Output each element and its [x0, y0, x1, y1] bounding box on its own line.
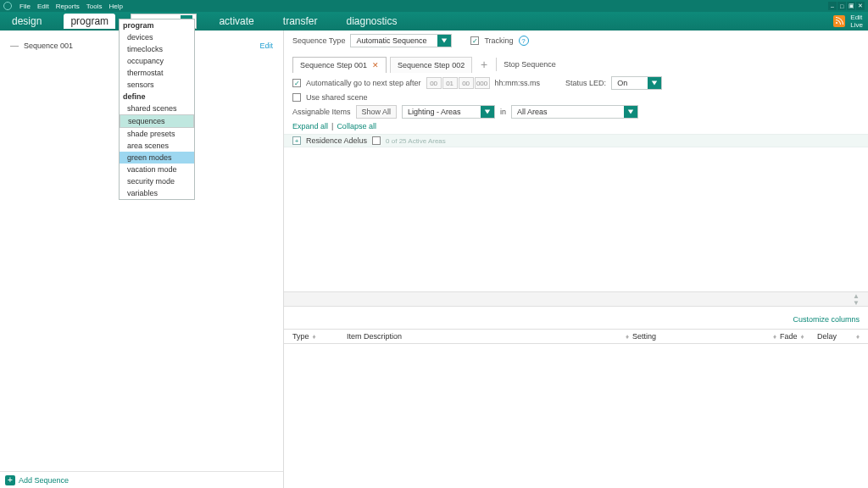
col-description[interactable]: Item Description♦ — [347, 332, 629, 341]
col-type[interactable]: Type♦ — [292, 332, 343, 341]
divider-pipe: | — [331, 122, 333, 130]
show-all-button[interactable]: Show All — [356, 105, 398, 119]
add-sequence-label: Add Sequence — [19, 476, 69, 485]
menu-help[interactable]: Help — [106, 3, 125, 10]
status-led-value: On — [612, 79, 648, 87]
sequence-name: Sequence 001 — [24, 42, 73, 50]
svg-marker-4 — [628, 110, 633, 114]
dropdown-group-program: program — [120, 19, 194, 31]
use-shared-label: Use shared scene — [306, 93, 368, 102]
step-tab-bar: Sequence Step 001 ✕ Sequence Step 002 + … — [284, 51, 868, 73]
expand-all-link[interactable]: Expand all — [292, 122, 328, 130]
tab-program[interactable]: program — [64, 14, 115, 29]
menu-edit[interactable]: Edit — [35, 3, 52, 10]
step-tab-1[interactable]: Sequence Step 001 ✕ — [292, 57, 387, 73]
tab-design[interactable]: design — [5, 14, 48, 29]
status-led-select[interactable]: On — [611, 76, 662, 90]
tracking-label: Tracking — [484, 36, 513, 45]
dropdown-area-scenes[interactable]: area scenes — [120, 140, 194, 152]
svg-marker-1 — [442, 39, 447, 43]
lighting-select[interactable]: Lighting - Areas — [402, 105, 495, 119]
menu-file[interactable]: File — [17, 3, 33, 10]
time-hh: 00 — [426, 77, 442, 89]
tab-diagnostics[interactable]: diagnostics — [339, 14, 403, 29]
dropdown-group-define: define — [120, 91, 194, 103]
chevron-down-icon — [437, 35, 451, 47]
window-max-icon[interactable]: □ — [837, 2, 846, 10]
time-ss: 00 — [459, 77, 474, 89]
window-close-icon[interactable]: ✕ — [856, 2, 865, 10]
svg-marker-2 — [652, 81, 657, 86]
menubar: File Edit Reports Tools Help — [17, 3, 125, 10]
tab-activate[interactable]: activate — [212, 14, 260, 29]
sequence-type-label: Sequence Type — [292, 36, 345, 45]
sequence-editor: Sequence Type Automatic Sequence ✓ Track… — [284, 30, 868, 488]
col-delay[interactable]: Delay♦ — [817, 332, 860, 341]
dropdown-green-modes[interactable]: green modes — [120, 152, 194, 164]
program-dropdown: program devices timeclocks occupancy the… — [119, 19, 195, 200]
dropdown-shade-presets[interactable]: shade presets — [120, 128, 194, 140]
step-tab-1-label: Sequence Step 001 — [300, 61, 367, 69]
help-icon[interactable]: ? — [519, 36, 529, 46]
add-step-button[interactable]: + — [476, 56, 492, 73]
col-setting[interactable]: Setting♦ — [632, 332, 776, 341]
use-shared-checkbox[interactable] — [292, 93, 301, 102]
window-controls: – □ ▣ ✕ — [828, 2, 865, 10]
dropdown-shared-scenes[interactable]: shared scenes — [120, 103, 194, 114]
scroll-bottom-icon[interactable]: ▼ — [853, 300, 860, 306]
chevron-down-icon — [624, 106, 637, 118]
svg-marker-3 — [485, 110, 490, 114]
window-min-icon[interactable]: – — [828, 2, 837, 10]
lighting-value: Lighting - Areas — [403, 108, 481, 116]
residence-row[interactable]: + Residence Adelus 0 of 25 Active Areas — [284, 134, 868, 147]
areas-select[interactable]: All Areas — [511, 105, 638, 119]
dropdown-thermostat[interactable]: thermostat — [120, 67, 194, 79]
items-area: + Residence Adelus 0 of 25 Active Areas … — [284, 134, 868, 488]
time-ms: 000 — [475, 77, 490, 89]
col-fade[interactable]: Fade♦ — [780, 332, 814, 341]
scroll-top-icon[interactable]: ▲ — [853, 293, 860, 299]
dropdown-security-mode[interactable]: security mode — [120, 175, 194, 187]
dropdown-timeclocks[interactable]: timeclocks — [120, 43, 194, 55]
scroll-strip: ▲ ▼ — [284, 291, 868, 307]
auto-next-checkbox[interactable]: ✓ — [292, 79, 301, 87]
sort-icon: ♦ — [856, 333, 860, 341]
residence-checkbox[interactable] — [372, 136, 381, 145]
dropdown-sequences[interactable]: sequences — [120, 114, 194, 128]
time-input[interactable]: 00 01 00 000 — [426, 77, 490, 89]
sort-icon: ♦ — [313, 333, 316, 341]
tab-transfer[interactable]: transfer — [276, 14, 325, 29]
add-sequence-footer[interactable]: + Add Sequence — [0, 471, 283, 488]
expand-icon[interactable]: + — [292, 136, 301, 145]
sequence-type-select[interactable]: Automatic Sequence — [350, 34, 452, 47]
dropdown-vacation-mode[interactable]: vacation mode — [120, 164, 194, 175]
rss-icon[interactable] — [833, 15, 845, 27]
step-tab-2-label: Sequence Step 002 — [398, 61, 465, 69]
chevron-down-icon — [648, 77, 661, 89]
collapse-icon: — — [10, 41, 19, 50]
step-tab-2[interactable]: Sequence Step 002 — [390, 57, 472, 73]
areas-value: All Areas — [512, 108, 624, 116]
dropdown-occupancy[interactable]: occupancy — [120, 55, 194, 67]
dropdown-variables[interactable]: variables — [120, 187, 194, 199]
app-logo-icon — [3, 2, 12, 10]
sequence-type-value: Automatic Sequence — [351, 36, 437, 45]
live-toggle[interactable]: Edit Live — [850, 14, 863, 29]
customize-columns-link[interactable]: Customize columns — [793, 315, 860, 324]
plus-icon: + — [5, 475, 15, 485]
sort-icon: ♦ — [773, 333, 776, 341]
stop-sequence-button[interactable]: Stop Sequence — [500, 60, 559, 69]
time-format-label: hh:mm:ss.ms — [495, 79, 541, 87]
dropdown-sensors[interactable]: sensors — [120, 79, 194, 91]
auto-next-label: Automatically go to next step after — [306, 79, 421, 87]
collapse-all-link[interactable]: Collapse all — [337, 122, 376, 130]
sequence-edit-link[interactable]: Edit — [259, 42, 273, 50]
window-restore-icon[interactable]: ▣ — [847, 2, 855, 10]
menu-tools[interactable]: Tools — [84, 3, 105, 10]
status-led-label: Status LED: — [565, 79, 606, 87]
tracking-checkbox[interactable]: ✓ — [470, 36, 479, 45]
dropdown-devices[interactable]: devices — [120, 31, 194, 43]
actions-table-header: Type♦ Item Description♦ Setting♦ Fade♦ D… — [284, 329, 868, 344]
menu-reports[interactable]: Reports — [53, 3, 82, 10]
close-icon[interactable]: ✕ — [372, 61, 379, 69]
